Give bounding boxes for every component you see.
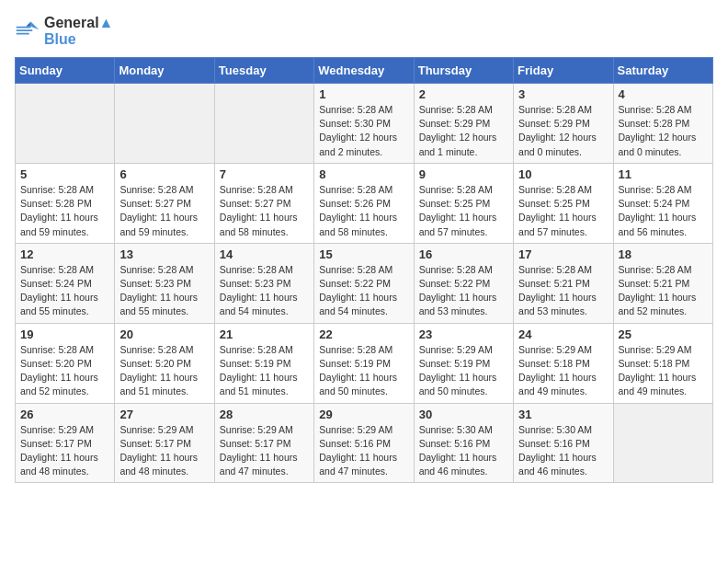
day-number: 29 xyxy=(319,408,408,421)
calendar-cell: 10Sunrise: 5:28 AM Sunset: 5:25 PM Dayli… xyxy=(514,163,613,243)
calendar-cell: 28Sunrise: 5:29 AM Sunset: 5:17 PM Dayli… xyxy=(214,403,313,483)
logo-icon xyxy=(15,18,40,44)
calendar-cell: 30Sunrise: 5:30 AM Sunset: 5:16 PM Dayli… xyxy=(414,403,513,483)
day-number: 6 xyxy=(119,167,209,181)
cell-content: Sunrise: 5:28 AM Sunset: 5:20 PM Dayligh… xyxy=(119,343,209,399)
svg-marker-1 xyxy=(31,22,40,30)
day-number: 25 xyxy=(619,327,708,341)
cell-content: Sunrise: 5:29 AM Sunset: 5:19 PM Dayligh… xyxy=(419,343,508,399)
calendar-cell: 18Sunrise: 5:28 AM Sunset: 5:21 PM Dayli… xyxy=(613,243,712,323)
cell-content: Sunrise: 5:28 AM Sunset: 5:28 PM Dayligh… xyxy=(619,103,708,159)
cell-content: Sunrise: 5:28 AM Sunset: 5:25 PM Dayligh… xyxy=(518,183,608,239)
day-number: 23 xyxy=(419,327,508,341)
calendar-cell: 29Sunrise: 5:29 AM Sunset: 5:16 PM Dayli… xyxy=(314,403,414,483)
calendar-cell xyxy=(613,403,712,483)
cell-content: Sunrise: 5:29 AM Sunset: 5:16 PM Dayligh… xyxy=(319,423,408,479)
day-number: 18 xyxy=(619,247,708,261)
calendar-cell: 21Sunrise: 5:28 AM Sunset: 5:19 PM Dayli… xyxy=(214,323,313,403)
calendar-cell xyxy=(214,84,313,164)
day-number: 27 xyxy=(119,408,209,421)
day-number: 31 xyxy=(518,408,608,421)
calendar-cell xyxy=(115,84,214,164)
calendar-table: SundayMondayTuesdayWednesdayThursdayFrid… xyxy=(15,57,713,483)
calendar-cell: 2Sunrise: 5:28 AM Sunset: 5:29 PM Daylig… xyxy=(414,84,513,164)
day-number: 17 xyxy=(518,247,608,261)
cell-content: Sunrise: 5:28 AM Sunset: 5:21 PM Dayligh… xyxy=(619,263,708,319)
calendar-cell: 16Sunrise: 5:28 AM Sunset: 5:22 PM Dayli… xyxy=(414,243,513,323)
day-number: 5 xyxy=(20,167,109,181)
calendar-cell: 27Sunrise: 5:29 AM Sunset: 5:17 PM Dayli… xyxy=(115,403,214,483)
day-number: 24 xyxy=(518,327,608,341)
calendar-cell xyxy=(16,84,115,164)
calendar-cell: 26Sunrise: 5:29 AM Sunset: 5:17 PM Dayli… xyxy=(16,403,115,483)
day-number: 1 xyxy=(319,87,408,101)
day-number: 15 xyxy=(319,247,408,261)
calendar-week-row: 5Sunrise: 5:28 AM Sunset: 5:28 PM Daylig… xyxy=(16,163,713,243)
cell-content: Sunrise: 5:28 AM Sunset: 5:22 PM Dayligh… xyxy=(319,263,408,319)
calendar-cell: 5Sunrise: 5:28 AM Sunset: 5:28 PM Daylig… xyxy=(16,163,115,243)
calendar-cell: 9Sunrise: 5:28 AM Sunset: 5:25 PM Daylig… xyxy=(414,163,513,243)
cell-content: Sunrise: 5:28 AM Sunset: 5:23 PM Dayligh… xyxy=(119,263,209,319)
column-header-thursday: Thursday xyxy=(414,58,513,84)
day-number: 13 xyxy=(119,247,209,261)
day-number: 7 xyxy=(220,167,309,181)
column-header-saturday: Saturday xyxy=(613,58,712,84)
calendar-cell: 17Sunrise: 5:28 AM Sunset: 5:21 PM Dayli… xyxy=(514,243,613,323)
calendar-cell: 11Sunrise: 5:28 AM Sunset: 5:24 PM Dayli… xyxy=(613,163,712,243)
day-number: 2 xyxy=(419,87,508,101)
calendar-week-row: 12Sunrise: 5:28 AM Sunset: 5:24 PM Dayli… xyxy=(16,243,713,323)
cell-content: Sunrise: 5:30 AM Sunset: 5:16 PM Dayligh… xyxy=(518,423,608,479)
svg-rect-4 xyxy=(17,29,33,31)
day-number: 3 xyxy=(518,87,608,101)
cell-content: Sunrise: 5:28 AM Sunset: 5:29 PM Dayligh… xyxy=(419,103,508,159)
calendar-cell: 12Sunrise: 5:28 AM Sunset: 5:24 PM Dayli… xyxy=(16,243,115,323)
day-number: 30 xyxy=(419,408,508,421)
page-header: General▲ Blue xyxy=(15,15,713,48)
cell-content: Sunrise: 5:28 AM Sunset: 5:29 PM Dayligh… xyxy=(518,103,608,159)
day-number: 10 xyxy=(518,167,608,181)
day-number: 16 xyxy=(419,247,508,261)
calendar-cell: 4Sunrise: 5:28 AM Sunset: 5:28 PM Daylig… xyxy=(613,84,712,164)
column-header-wednesday: Wednesday xyxy=(314,58,414,84)
calendar-cell: 31Sunrise: 5:30 AM Sunset: 5:16 PM Dayli… xyxy=(514,403,613,483)
calendar-week-row: 26Sunrise: 5:29 AM Sunset: 5:17 PM Dayli… xyxy=(16,403,713,483)
column-header-sunday: Sunday xyxy=(16,58,115,84)
day-number: 20 xyxy=(119,327,209,341)
calendar-header-row: SundayMondayTuesdayWednesdayThursdayFrid… xyxy=(16,58,713,84)
calendar-cell: 8Sunrise: 5:28 AM Sunset: 5:26 PM Daylig… xyxy=(314,163,414,243)
day-number: 12 xyxy=(20,247,109,261)
cell-content: Sunrise: 5:29 AM Sunset: 5:17 PM Dayligh… xyxy=(220,423,309,479)
cell-content: Sunrise: 5:28 AM Sunset: 5:25 PM Dayligh… xyxy=(419,183,508,239)
cell-content: Sunrise: 5:30 AM Sunset: 5:16 PM Dayligh… xyxy=(419,423,508,479)
day-number: 14 xyxy=(220,247,309,261)
calendar-cell: 7Sunrise: 5:28 AM Sunset: 5:27 PM Daylig… xyxy=(214,163,313,243)
cell-content: Sunrise: 5:28 AM Sunset: 5:28 PM Dayligh… xyxy=(20,183,109,239)
svg-rect-5 xyxy=(17,33,29,35)
cell-content: Sunrise: 5:28 AM Sunset: 5:27 PM Dayligh… xyxy=(119,183,209,239)
logo: General▲ Blue xyxy=(15,15,113,48)
cell-content: Sunrise: 5:28 AM Sunset: 5:19 PM Dayligh… xyxy=(319,343,408,399)
cell-content: Sunrise: 5:28 AM Sunset: 5:21 PM Dayligh… xyxy=(518,263,608,319)
day-number: 22 xyxy=(319,327,408,341)
cell-content: Sunrise: 5:28 AM Sunset: 5:23 PM Dayligh… xyxy=(220,263,309,319)
cell-content: Sunrise: 5:29 AM Sunset: 5:17 PM Dayligh… xyxy=(119,423,209,479)
calendar-cell: 20Sunrise: 5:28 AM Sunset: 5:20 PM Dayli… xyxy=(115,323,214,403)
calendar-cell: 19Sunrise: 5:28 AM Sunset: 5:20 PM Dayli… xyxy=(16,323,115,403)
cell-content: Sunrise: 5:28 AM Sunset: 5:22 PM Dayligh… xyxy=(419,263,508,319)
calendar-cell: 13Sunrise: 5:28 AM Sunset: 5:23 PM Dayli… xyxy=(115,243,214,323)
cell-content: Sunrise: 5:28 AM Sunset: 5:20 PM Dayligh… xyxy=(20,343,109,399)
cell-content: Sunrise: 5:28 AM Sunset: 5:30 PM Dayligh… xyxy=(319,103,408,159)
day-number: 26 xyxy=(20,408,109,421)
calendar-cell: 15Sunrise: 5:28 AM Sunset: 5:22 PM Dayli… xyxy=(314,243,414,323)
cell-content: Sunrise: 5:29 AM Sunset: 5:17 PM Dayligh… xyxy=(20,423,109,479)
cell-content: Sunrise: 5:28 AM Sunset: 5:19 PM Dayligh… xyxy=(220,343,309,399)
svg-rect-3 xyxy=(17,27,31,29)
day-number: 19 xyxy=(20,327,109,341)
day-number: 4 xyxy=(619,87,708,101)
logo-text: General▲ Blue xyxy=(44,15,113,48)
cell-content: Sunrise: 5:29 AM Sunset: 5:18 PM Dayligh… xyxy=(518,343,608,399)
calendar-cell: 6Sunrise: 5:28 AM Sunset: 5:27 PM Daylig… xyxy=(115,163,214,243)
cell-content: Sunrise: 5:29 AM Sunset: 5:18 PM Dayligh… xyxy=(619,343,708,399)
calendar-cell: 22Sunrise: 5:28 AM Sunset: 5:19 PM Dayli… xyxy=(314,323,414,403)
day-number: 28 xyxy=(220,408,309,421)
